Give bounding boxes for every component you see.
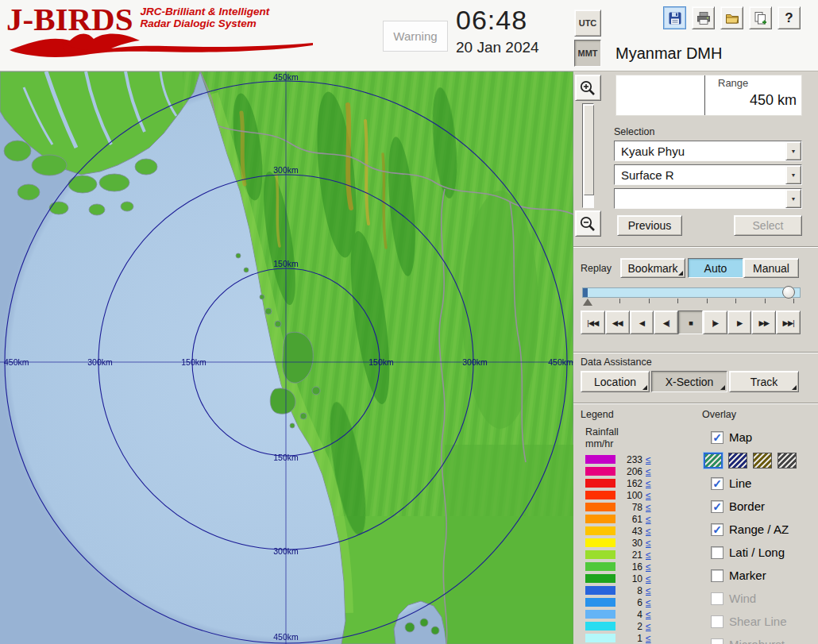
range-az-checkbox[interactable]: ✓ xyxy=(711,523,723,536)
map-checkbox[interactable]: ✓ xyxy=(711,431,723,444)
transport-play-button[interactable]: ▶ xyxy=(727,310,752,334)
legend-leq-link[interactable]: ≤ xyxy=(646,621,651,632)
replay-timeline-slider[interactable] xyxy=(582,287,801,298)
zoom-in-icon xyxy=(579,79,596,97)
product-dropdown[interactable]: Surface R ▼ xyxy=(614,164,802,185)
marker-checkbox[interactable] xyxy=(711,569,723,582)
svg-text:450km: 450km xyxy=(273,72,299,82)
legend-leq-link[interactable]: ≤ xyxy=(646,585,651,596)
replay-start-marker[interactable] xyxy=(583,299,592,306)
utc-button[interactable]: UTC xyxy=(574,10,601,37)
warning-button[interactable]: Warning xyxy=(383,21,448,52)
x-section-button[interactable]: X-Section xyxy=(651,371,727,392)
option-dropdown-button[interactable]: ▼ xyxy=(785,189,801,208)
legend-leq-link[interactable]: ≤ xyxy=(646,478,651,489)
legend-leq-link[interactable]: ≤ xyxy=(646,466,651,477)
overlay-item-microburst[interactable]: Microburst xyxy=(702,633,818,644)
legend-value: 100 xyxy=(619,490,642,501)
legend-value: 16 xyxy=(619,561,642,573)
map-style-swatch-0[interactable] xyxy=(704,453,723,469)
overlay-item-border[interactable]: ✓Border xyxy=(702,495,818,518)
track-button[interactable]: Track xyxy=(729,371,799,392)
transport-step-back-button[interactable]: ◀| xyxy=(654,310,678,334)
chevron-down-icon: ▼ xyxy=(791,172,797,178)
border-checkbox[interactable]: ✓ xyxy=(711,500,723,513)
lati-long-checkbox[interactable] xyxy=(711,546,723,559)
product-dropdown-button[interactable]: ▼ xyxy=(785,165,801,184)
map-style-swatches xyxy=(702,449,818,472)
wind-checkbox[interactable] xyxy=(711,592,723,605)
map-style-swatch-1[interactable] xyxy=(728,453,747,469)
overlay-item-map[interactable]: ✓Map xyxy=(702,426,818,449)
transport-fast-forward-button[interactable]: ▶▶ xyxy=(751,310,776,334)
zoom-in-button[interactable] xyxy=(575,75,601,101)
microburst-checkbox[interactable] xyxy=(711,638,723,644)
overlay-label: Lati / Long xyxy=(729,546,785,559)
save-button[interactable] xyxy=(663,6,686,29)
overlay-item-wind[interactable]: Wind xyxy=(702,587,818,610)
transport-first-button[interactable]: |◀◀ xyxy=(581,310,605,334)
legend-value: 206 xyxy=(619,466,642,477)
legend-leq-link[interactable]: ≤ xyxy=(646,526,651,537)
overlay-item-line[interactable]: ✓Line xyxy=(702,472,818,495)
legend-leq-link[interactable]: ≤ xyxy=(646,573,651,584)
shear-line-checkbox[interactable] xyxy=(711,615,723,628)
location-button[interactable]: Location xyxy=(581,371,650,392)
data-assistance-section: Data Assistance LocationX-SectionTrack xyxy=(573,353,818,403)
overlay-item-shear-line[interactable]: Shear Line xyxy=(702,610,818,633)
auto-button[interactable]: Auto xyxy=(688,258,743,278)
map-style-swatch-2[interactable] xyxy=(753,453,772,469)
transport-reverse-play-button[interactable]: ◀ xyxy=(630,310,654,334)
svg-text:150km: 150km xyxy=(273,453,299,462)
legend-row: 30≤ xyxy=(585,537,702,549)
legend-leq-link[interactable]: ≤ xyxy=(646,538,651,549)
legend-leq-link[interactable]: ≤ xyxy=(646,550,651,561)
zoom-slider-thumb[interactable] xyxy=(584,105,594,195)
site-dropdown-button[interactable]: ▼ xyxy=(785,141,801,160)
option-dropdown[interactable]: ▼ xyxy=(614,188,802,209)
zoom-slider[interactable] xyxy=(582,103,594,208)
print-button[interactable] xyxy=(692,6,715,29)
radar-map[interactable]: 450km300km150km150km300km450km450km300km… xyxy=(0,71,573,644)
open-folder-button[interactable] xyxy=(720,6,743,29)
legend-leq-link[interactable]: ≤ xyxy=(646,514,651,525)
select-button[interactable]: Select xyxy=(734,215,802,236)
legend-color-swatch xyxy=(585,622,615,631)
previous-button[interactable]: Previous xyxy=(617,215,682,236)
legend-color-swatch xyxy=(585,503,615,511)
legend-leq-link[interactable]: ≤ xyxy=(646,490,651,501)
range-display: Range 450 km xyxy=(615,75,802,116)
map-style-swatch-3[interactable] xyxy=(777,453,797,469)
legend-leq-link[interactable]: ≤ xyxy=(646,454,651,465)
legend-leq-link[interactable]: ≤ xyxy=(646,609,651,620)
zoom-out-button[interactable] xyxy=(575,210,601,237)
copy-add-button[interactable] xyxy=(749,6,772,29)
overlay-item-marker[interactable]: Marker xyxy=(702,564,818,587)
overlay-label: Wind xyxy=(729,592,756,605)
zoom-out-icon xyxy=(579,215,596,233)
overlay-item-lati-long[interactable]: Lati / Long xyxy=(702,541,818,564)
manual-button[interactable]: Manual xyxy=(743,258,799,278)
svg-text:150km: 150km xyxy=(273,259,299,268)
help-button[interactable]: ? xyxy=(777,6,801,29)
transport-controls: |◀◀◀◀◀◀|■|▶▶▶▶▶▶| xyxy=(581,310,801,334)
timeline-tick xyxy=(677,299,678,303)
overlay-item-range-az[interactable]: ✓Range / AZ xyxy=(702,518,818,541)
transport-step-forward-button[interactable]: |▶ xyxy=(703,310,727,334)
legend-leq-link[interactable]: ≤ xyxy=(646,561,651,573)
mmt-button[interactable]: MMT xyxy=(574,40,601,67)
product-dropdown-value: Surface R xyxy=(615,165,785,184)
radar-map-area[interactable]: 450km300km150km150km300km450km450km300km… xyxy=(0,71,573,644)
legend-leq-link[interactable]: ≤ xyxy=(646,633,651,644)
replay-slider-thumb[interactable] xyxy=(782,286,795,299)
legend-leq-link[interactable]: ≤ xyxy=(646,502,651,513)
help-icon: ? xyxy=(785,10,793,26)
site-dropdown[interactable]: Kyauk Phyu ▼ xyxy=(614,141,802,161)
legend-leq-link[interactable]: ≤ xyxy=(646,597,651,608)
transport-fast-rewind-button[interactable]: ◀◀ xyxy=(605,310,630,334)
range-display-left xyxy=(616,75,704,115)
line-checkbox[interactable]: ✓ xyxy=(711,477,723,490)
transport-last-button[interactable]: ▶▶| xyxy=(776,310,801,334)
transport-stop-button[interactable]: ■ xyxy=(678,310,703,334)
bookmark-button[interactable]: Bookmark xyxy=(620,258,685,278)
